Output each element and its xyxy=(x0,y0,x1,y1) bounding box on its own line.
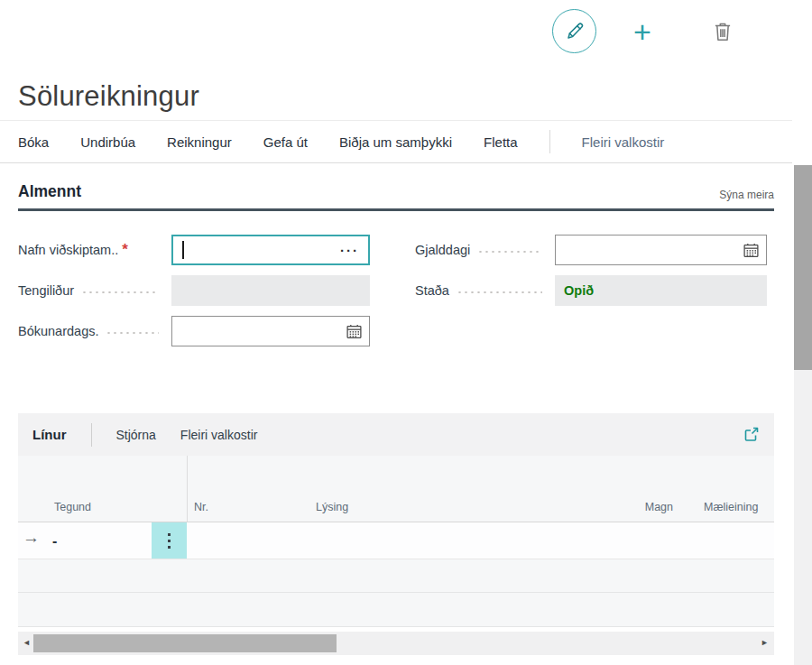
calendar-icon[interactable] xyxy=(346,323,363,340)
active-row-arrow-icon: → xyxy=(23,528,40,548)
dotted-leader xyxy=(106,331,159,335)
field-customer-name: Nafn viðskiptam.. * ··· xyxy=(18,235,370,265)
horizontal-scrollbar[interactable]: ◄ ► xyxy=(18,632,774,655)
dotted-leader xyxy=(81,291,159,294)
trash-icon xyxy=(711,20,734,43)
column-header-maelieining[interactable]: Mælieining xyxy=(704,501,774,513)
row-options-button[interactable] xyxy=(152,522,187,559)
edit-button[interactable] xyxy=(552,9,596,53)
due-date-input[interactable] xyxy=(555,235,767,265)
text-caret xyxy=(182,241,184,259)
field-posting-date: Bókunardags. xyxy=(18,316,370,346)
action-undirbua[interactable]: Undirbúa xyxy=(80,134,135,150)
scroll-left-arrow-icon[interactable]: ◄ xyxy=(23,638,31,647)
due-date-control xyxy=(555,235,767,265)
lines-title: Línur xyxy=(32,427,67,442)
customer-name-label-wrap: Nafn viðskiptam.. * xyxy=(18,241,171,259)
general-section-title: Almennt xyxy=(18,182,81,201)
table-header-row: Tegund Nr. Lýsing Magn Mælieining xyxy=(18,487,774,522)
contact-label-wrap: Tengiliður xyxy=(18,283,171,298)
status-badge: Opið xyxy=(555,283,594,298)
status-label: Staða xyxy=(415,283,449,298)
action-bar-divider xyxy=(549,130,550,153)
calendar-icon[interactable] xyxy=(743,242,760,259)
expand-popout-icon[interactable] xyxy=(742,426,760,444)
contact-input-disabled xyxy=(171,275,370,306)
sales-invoice-page: + Sölureikningur Bóka Undirbúa Reikningu… xyxy=(0,0,812,665)
fields-right-column: Gjalddagi xyxy=(415,235,767,316)
dotted-leader xyxy=(477,250,542,254)
horizontal-scrollbar-thumb[interactable] xyxy=(33,634,337,652)
table-row-active[interactable]: → - xyxy=(18,522,774,559)
posting-date-control xyxy=(171,316,370,346)
posting-date-input[interactable] xyxy=(171,316,370,346)
table-row[interactable] xyxy=(18,593,774,627)
action-reikningur[interactable]: Reikningur xyxy=(167,134,232,150)
column-header-nr[interactable]: Nr. xyxy=(194,501,208,513)
action-boka[interactable]: Bóka xyxy=(18,134,49,150)
more-options-link[interactable]: Fleiri valkostir xyxy=(582,134,665,150)
lines-table: Tegund Nr. Lýsing Magn Mælieining → - xyxy=(18,456,774,627)
new-button[interactable]: + xyxy=(626,15,659,48)
dots-menu-icon xyxy=(168,546,171,549)
show-more-link[interactable]: Sýna meira xyxy=(719,189,774,201)
lines-card: Línur Stjórna Fleiri valkostir Tegund Nr… xyxy=(18,413,774,655)
due-date-label-wrap: Gjalddagi xyxy=(415,243,555,257)
column-header-magn[interactable]: Magn xyxy=(645,501,673,513)
fields-left-column: Nafn viðskiptam.. * ··· Tengiliður xyxy=(18,235,370,356)
vertical-scrollbar[interactable] xyxy=(794,165,812,665)
customer-name-input[interactable]: ··· xyxy=(171,235,370,265)
vertical-scrollbar-thumb[interactable] xyxy=(794,165,812,370)
action-fletta[interactable]: Fletta xyxy=(484,134,518,150)
field-contact: Tengiliður xyxy=(18,275,370,306)
dotted-leader xyxy=(457,291,542,294)
plus-icon: + xyxy=(633,16,651,47)
posting-date-label-wrap: Bókunardags. xyxy=(18,324,171,338)
field-status: Staða Opið xyxy=(415,275,767,306)
lines-toolbar-divider xyxy=(91,423,92,447)
lines-more-options-menu[interactable]: Fleiri valkostir xyxy=(180,428,258,442)
page-title: Sölureikningur xyxy=(18,80,199,113)
due-date-label: Gjalddagi xyxy=(415,243,470,257)
contact-label: Tengiliður xyxy=(18,283,74,298)
status-control: Opið xyxy=(555,275,767,306)
status-field-disabled: Opið xyxy=(555,275,767,306)
action-bidja-um-samthykki[interactable]: Biðja um samþykki xyxy=(339,134,452,150)
required-asterisk-icon: * xyxy=(122,241,128,259)
dots-menu-icon xyxy=(168,540,171,542)
contact-control xyxy=(171,275,370,306)
column-header-tegund[interactable]: Tegund xyxy=(54,501,91,513)
tegund-cell-value[interactable]: - xyxy=(52,533,57,550)
scroll-right-arrow-icon[interactable]: ► xyxy=(761,638,769,647)
pencil-icon xyxy=(564,21,586,42)
lines-manage-menu[interactable]: Stjórna xyxy=(116,428,156,442)
lines-toolbar: Línur Stjórna Fleiri valkostir xyxy=(18,413,774,456)
action-bar: Bóka Undirbúa Reikningur Gefa út Biðja u… xyxy=(0,120,792,163)
general-section-header: Almennt Sýna meira xyxy=(18,182,774,211)
lookup-ellipsis-icon[interactable]: ··· xyxy=(340,244,359,257)
dots-menu-icon xyxy=(168,533,171,536)
customer-name-control: ··· xyxy=(171,235,370,265)
table-row[interactable] xyxy=(18,559,774,593)
customer-name-label: Nafn viðskiptam.. xyxy=(18,243,118,257)
status-label-wrap: Staða xyxy=(415,283,555,298)
column-header-lysing[interactable]: Lýsing xyxy=(316,501,348,513)
table-top-spacer xyxy=(18,456,774,487)
action-gefa-ut[interactable]: Gefa út xyxy=(263,134,308,150)
delete-button[interactable] xyxy=(709,18,736,45)
posting-date-label: Bókunardags. xyxy=(18,324,98,338)
field-due-date: Gjalddagi xyxy=(415,235,767,265)
